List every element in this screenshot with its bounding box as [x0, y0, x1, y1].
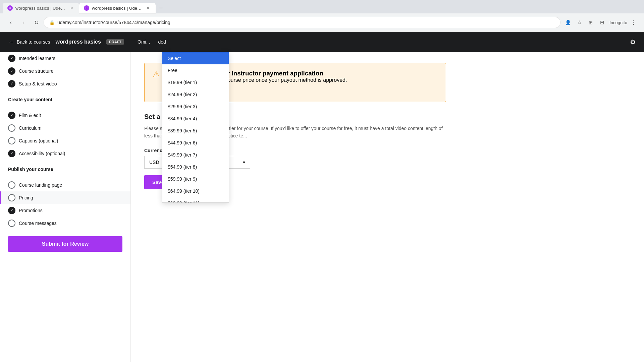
- sidebar-item-pricing[interactable]: Pricing: [0, 191, 130, 204]
- check-icon-promotions: ✓: [8, 207, 15, 214]
- price-chevron-icon: ▾: [243, 160, 245, 165]
- check-icon-messages: [8, 220, 15, 227]
- sidebar-label-intended: Intended learners: [19, 56, 55, 61]
- dropdown-item-tier5[interactable]: $39.99 (tier 5): [162, 125, 229, 137]
- sidebar-label-curriculum: Curriculum: [19, 125, 42, 131]
- check-icon-setup: ✓: [8, 80, 15, 87]
- gear-icon[interactable]: ⚙: [630, 38, 636, 46]
- sidebar-label-landing: Course landing page: [19, 182, 62, 188]
- tab-close-1[interactable]: ✕: [68, 5, 74, 11]
- warning-icon: ⚠: [153, 70, 160, 95]
- sidebar-section-create: Create your content: [0, 90, 130, 109]
- top-bar-tab-suffix: ded: [158, 39, 166, 45]
- tab-close-2[interactable]: ✕: [145, 5, 151, 11]
- sidebar-item-course-structure[interactable]: ✓ Course structure: [0, 65, 130, 77]
- more-menu-icon[interactable]: ⋮: [628, 17, 639, 28]
- sidebar-section-publish: Publish your course: [0, 160, 130, 179]
- check-icon-accessibility: ✓: [8, 150, 15, 157]
- browser-chrome: U wordpress basics | Udemy ✕ U wordpress…: [0, 0, 644, 32]
- forward-button[interactable]: ›: [18, 17, 29, 28]
- section-title-publish: Publish your course: [8, 167, 122, 172]
- address-text: udemy.com/instructor/course/5784474/mana…: [57, 20, 170, 25]
- address-bar[interactable]: 🔒 udemy.com/instructor/course/5784474/ma…: [44, 17, 560, 28]
- check-icon-curriculum: [8, 124, 15, 132]
- sidebar-item-intended-learners[interactable]: ✓ Intended learners: [0, 52, 130, 65]
- star-icon[interactable]: ☆: [574, 17, 585, 28]
- sidebar-label-film: Film & edit: [19, 113, 41, 118]
- sidebar-label-setup: Setup & test video: [19, 81, 57, 86]
- sidebar-item-curriculum[interactable]: Curriculum: [0, 122, 130, 134]
- sidebar-item-accessibility[interactable]: ✓ Accessibility (optional): [0, 147, 130, 160]
- browser-tab-2[interactable]: U wordpress basics | Udemy ✕: [79, 3, 156, 13]
- main-layout: ✓ Intended learners ✓ Course structure ✓…: [0, 52, 644, 362]
- dropdown-item-tier3[interactable]: $29.99 (tier 3): [162, 101, 229, 113]
- new-tab-button[interactable]: +: [156, 3, 166, 13]
- dropdown-item-tier6[interactable]: $44.99 (tier 6): [162, 137, 229, 149]
- back-arrow-icon: ←: [8, 39, 14, 46]
- extensions-icon[interactable]: ⊞: [585, 17, 596, 28]
- tab-label-2: wordpress basics | Udemy: [92, 6, 142, 11]
- course-title: wordpress basics: [56, 39, 101, 45]
- sidebar: ✓ Intended learners ✓ Course structure ✓…: [0, 52, 131, 362]
- submit-for-review-button[interactable]: Submit for Review: [8, 236, 122, 252]
- sidebar-label-captions: Captions (optional): [19, 138, 58, 143]
- sidebar-item-landing[interactable]: Course landing page: [0, 179, 130, 191]
- top-bar-tab[interactable]: Omi...: [135, 39, 153, 45]
- refresh-button[interactable]: ↻: [31, 17, 42, 28]
- top-bar: ← Back to courses wordpress basics DRAFT…: [0, 32, 644, 52]
- sidebar-label-accessibility: Accessibility (optional): [19, 151, 65, 156]
- dropdown-item-tier2[interactable]: $24.99 (tier 2): [162, 88, 229, 101]
- check-icon-film: ✓: [8, 112, 15, 119]
- browser-tab-1[interactable]: U wordpress basics | Udemy ✕: [3, 3, 79, 13]
- sidebar-label-promotions: Promotions: [19, 208, 43, 213]
- dropdown-item-tier7[interactable]: $49.99 (tier 7): [162, 149, 229, 161]
- dropdown-item-tier8[interactable]: $54.99 (tier 8): [162, 161, 229, 173]
- currency-value: USD: [149, 160, 159, 165]
- tab-favicon-2: U: [84, 5, 89, 11]
- profile-icon[interactable]: 👤: [562, 17, 573, 28]
- browser-nav: ‹ › ↻ 🔒 udemy.com/instructor/course/5784…: [0, 13, 644, 32]
- dropdown-item-tier4[interactable]: $34.99 (tier 4): [162, 113, 229, 125]
- dropdown-item-free[interactable]: Free: [162, 64, 229, 76]
- draft-badge: DRAFT: [106, 39, 124, 45]
- nav-icons: 👤 ☆ ⊞ ⊟ Incognito ⋮: [562, 17, 639, 28]
- dropdown-item-tier10[interactable]: $64.99 (tier 10): [162, 185, 229, 197]
- back-to-courses-label: Back to courses: [17, 39, 50, 45]
- check-icon-structure: ✓: [8, 67, 15, 75]
- tab-favicon-1: U: [7, 5, 13, 11]
- sidebar-item-promotions[interactable]: ✓ Promotions: [0, 204, 130, 217]
- check-icon-pricing: [8, 194, 15, 201]
- sidebar-item-messages[interactable]: Course messages: [0, 217, 130, 230]
- sidebar-label-structure: Course structure: [19, 68, 53, 74]
- back-button[interactable]: ‹: [5, 17, 16, 28]
- dropdown-item-tier9[interactable]: $59.99 (tier 9): [162, 173, 229, 185]
- incognito-label: Incognito: [609, 20, 627, 25]
- check-icon-intended: ✓: [8, 55, 15, 62]
- back-to-courses[interactable]: ← Back to courses: [8, 39, 50, 46]
- dropdown-item-tier11[interactable]: $69.99 (tier 11): [162, 197, 229, 203]
- check-icon-landing: [8, 181, 15, 189]
- sidebar-item-film[interactable]: ✓ Film & edit: [0, 109, 130, 122]
- tab-label-1: wordpress basics | Udemy: [15, 6, 66, 11]
- browser-tabs: U wordpress basics | Udemy ✕ U wordpress…: [0, 0, 644, 13]
- sidebar-item-setup-test[interactable]: ✓ Setup & test video: [0, 77, 130, 90]
- sidebar-label-messages: Course messages: [19, 221, 57, 226]
- section-title-create: Create your content: [8, 97, 122, 102]
- check-icon-captions: [8, 137, 15, 144]
- app: ← Back to courses wordpress basics DRAFT…: [0, 32, 644, 362]
- lock-icon: 🔒: [49, 20, 55, 25]
- dropdown-item-tier1[interactable]: $19.99 (tier 1): [162, 76, 229, 88]
- dropdown-list: Select Free $19.99 (tier 1) $24.99 (tier…: [162, 52, 229, 203]
- sidebar-toggle-icon[interactable]: ⊟: [597, 17, 607, 28]
- sidebar-label-pricing: Pricing: [19, 195, 33, 200]
- dropdown-item-select[interactable]: Select: [162, 52, 229, 64]
- sidebar-item-captions[interactable]: Captions (optional): [0, 134, 130, 147]
